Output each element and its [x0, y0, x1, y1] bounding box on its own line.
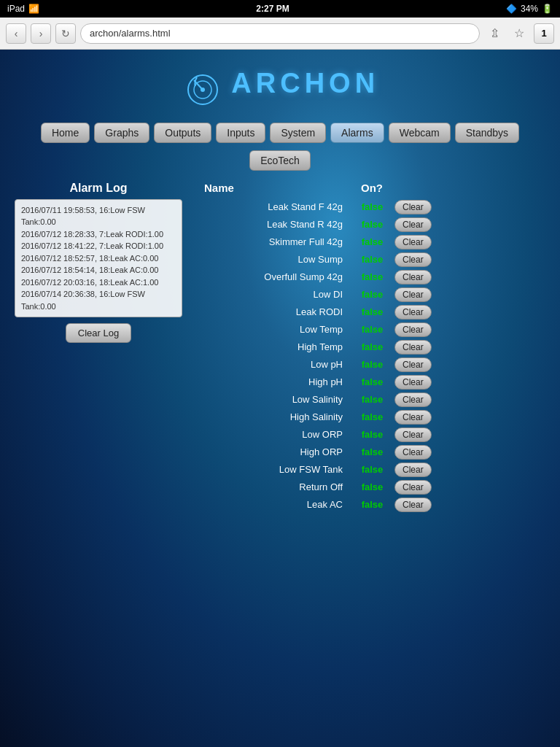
- carrier-label: iPad: [7, 4, 25, 14]
- url-bar[interactable]: archon/alarms.html: [80, 23, 480, 44]
- log-entry: 2016/07/12 20:03:16, 18:Leak AC:1.00: [21, 276, 176, 289]
- alarm-row: Low DI false Clear: [197, 286, 545, 303]
- alarm-row: Low FSW Tank false Clear: [197, 461, 545, 479]
- alarm-status-7: false: [356, 324, 389, 335]
- clear-alarm-8[interactable]: Clear: [394, 340, 432, 355]
- nav-graphs[interactable]: Graphs: [94, 123, 149, 143]
- alarm-btn-9: Clear: [394, 357, 435, 372]
- alarm-status-9: false: [356, 359, 389, 370]
- clear-alarm-15[interactable]: Clear: [394, 462, 432, 477]
- clear-alarm-1[interactable]: Clear: [394, 217, 432, 232]
- nav-system[interactable]: System: [270, 123, 326, 143]
- alarm-row: Low pH false Clear: [197, 356, 545, 374]
- share-icon[interactable]: ⇫: [484, 23, 505, 44]
- alarm-row: Low Sump false Clear: [197, 251, 545, 268]
- alarm-row: Low Salinity false Clear: [197, 391, 545, 409]
- nav-standbys[interactable]: Standbys: [455, 123, 519, 143]
- clear-alarm-6[interactable]: Clear: [394, 305, 432, 320]
- clear-alarm-4[interactable]: Clear: [394, 270, 432, 285]
- battery-label: 34%: [521, 4, 538, 14]
- alarm-name-10: High pH: [204, 376, 350, 387]
- nav-ecotech[interactable]: EcoTech: [249, 150, 311, 171]
- alarm-name-2: Skimmer Full 42g: [204, 236, 350, 247]
- alarm-btn-8: Clear: [394, 340, 435, 355]
- clear-alarm-13[interactable]: Clear: [394, 427, 432, 442]
- logo-area: ARCHON: [15, 57, 545, 115]
- alarm-row: High ORP false Clear: [197, 444, 545, 461]
- clear-alarm-0[interactable]: Clear: [394, 200, 432, 214]
- alarm-row: Leak Stand R 42g false Clear: [197, 216, 545, 233]
- log-entry: 2016/07/12 18:41:22, 7:Leak RODI:1.00: [21, 240, 176, 252]
- clear-alarm-10[interactable]: Clear: [394, 375, 432, 390]
- log-entry: 2016/07/12 18:54:14, 18:Leak AC:0.00: [21, 264, 176, 276]
- clear-log-button[interactable]: Clear Log: [66, 323, 131, 343]
- alarm-status-5: false: [356, 289, 389, 300]
- wifi-icon: 📶: [28, 4, 39, 14]
- alarm-btn-5: Clear: [394, 287, 435, 302]
- alarm-row: Skimmer Full 42g false Clear: [197, 233, 545, 251]
- alarm-btn-4: Clear: [394, 270, 435, 285]
- alarm-row: Leak AC false Clear: [197, 496, 545, 514]
- alarm-btn-15: Clear: [394, 462, 435, 477]
- alarm-btn-12: Clear: [394, 410, 435, 425]
- status-right: 🔷 34% 🔋: [506, 4, 553, 14]
- reload-button[interactable]: ↻: [55, 23, 76, 44]
- clear-alarm-2[interactable]: Clear: [394, 235, 432, 249]
- alarm-name-13: Low ORP: [204, 429, 350, 440]
- alarm-btn-17: Clear: [394, 498, 435, 512]
- back-button[interactable]: ‹: [6, 23, 26, 44]
- alarm-log-box: 2016/07/11 19:58:53, 16:Low FSW Tank:0.0…: [15, 199, 182, 318]
- nav-outputs[interactable]: Outputs: [154, 123, 211, 143]
- status-bar: iPad 📶 2:27 PM 🔷 34% 🔋: [0, 0, 560, 18]
- alarm-name-4: Overfull Sump 42g: [204, 271, 350, 282]
- alarm-row: High Temp false Clear: [197, 338, 545, 356]
- nav-bar: Home Graphs Outputs Inputs System Alarms…: [15, 123, 545, 143]
- alarm-name-1: Leak Stand R 42g: [204, 219, 350, 230]
- content-area: Alarm Log 2016/07/11 19:58:53, 16:Low FS…: [15, 182, 545, 514]
- forward-button[interactable]: ›: [31, 23, 51, 44]
- status-left: iPad 📶: [7, 4, 39, 14]
- nav-home[interactable]: Home: [41, 123, 90, 143]
- tab-count[interactable]: 1: [534, 23, 554, 44]
- clear-alarm-9[interactable]: Clear: [394, 357, 432, 372]
- bookmark-icon[interactable]: ☆: [509, 23, 529, 44]
- alarm-status-14: false: [356, 446, 389, 457]
- clear-alarm-17[interactable]: Clear: [394, 498, 432, 512]
- alarm-btn-2: Clear: [394, 235, 435, 249]
- alarm-rows-container: Leak Stand F 42g false Clear Leak Stand …: [197, 198, 545, 514]
- alarm-status-4: false: [356, 271, 389, 282]
- url-text: archon/alarms.html: [90, 28, 171, 39]
- alarm-status-8: false: [356, 341, 389, 352]
- clear-alarm-16[interactable]: Clear: [394, 480, 432, 495]
- clear-alarm-11[interactable]: Clear: [394, 392, 432, 407]
- clear-alarm-14[interactable]: Clear: [394, 445, 432, 460]
- header-name: Name: [204, 182, 350, 194]
- alarm-status-10: false: [356, 376, 389, 387]
- alarm-btn-7: Clear: [394, 322, 435, 337]
- alarm-name-11: Low Salinity: [204, 394, 350, 405]
- alarm-btn-6: Clear: [394, 305, 435, 320]
- alarm-btn-13: Clear: [394, 427, 435, 442]
- clear-alarm-7[interactable]: Clear: [394, 322, 432, 337]
- bluetooth-icon: 🔷: [506, 4, 517, 14]
- nav-inputs[interactable]: Inputs: [216, 123, 265, 143]
- alarm-name-8: High Temp: [204, 341, 350, 352]
- clear-alarm-5[interactable]: Clear: [394, 287, 432, 302]
- alarm-status-12: false: [356, 411, 389, 422]
- alarm-name-14: High ORP: [204, 446, 350, 457]
- log-entry: 2016/07/11 19:58:53, 16:Low FSW Tank:0.0…: [21, 204, 176, 228]
- header-on: On?: [350, 182, 394, 194]
- alarm-status-17: false: [356, 499, 389, 510]
- nav-webcam[interactable]: Webcam: [389, 123, 451, 143]
- log-entry: 2016/07/12 18:28:33, 7:Leak RODI:1.00: [21, 228, 176, 241]
- alarm-name-9: Low pH: [204, 359, 350, 370]
- alarm-status-16: false: [356, 481, 389, 492]
- clear-alarm-3[interactable]: Clear: [394, 252, 432, 267]
- alarm-name-17: Leak AC: [204, 499, 350, 510]
- logo-icon: [181, 71, 225, 108]
- nav-alarms[interactable]: Alarms: [330, 123, 384, 143]
- clear-alarm-12[interactable]: Clear: [394, 410, 432, 425]
- nav-bar-row2: EcoTech: [15, 150, 545, 171]
- browser-bar: ‹ › ↻ archon/alarms.html ⇫ ☆ 1: [0, 18, 560, 50]
- alarm-row: Leak Stand F 42g false Clear: [197, 198, 545, 216]
